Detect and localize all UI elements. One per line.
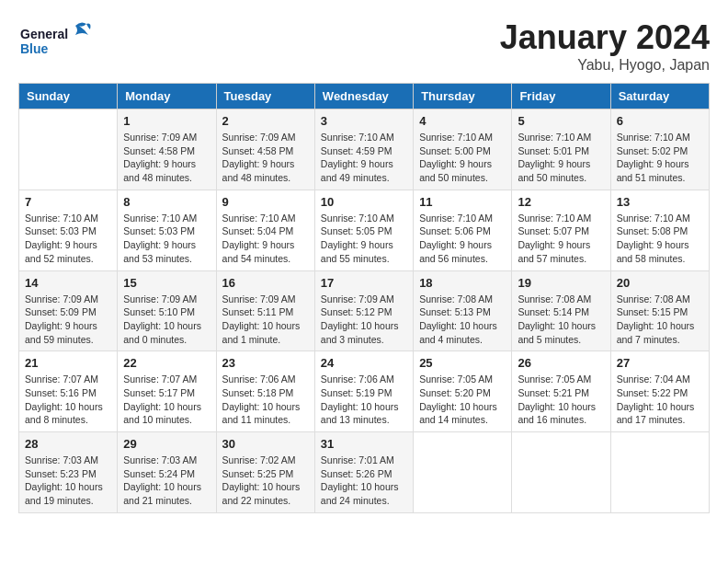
week-row-1: 1Sunrise: 7:09 AMSunset: 4:58 PMDaylight… [19,109,710,190]
day-number: 13 [617,195,703,209]
calendar-cell [19,109,118,190]
day-number: 16 [222,276,309,290]
calendar-cell: 13Sunrise: 7:10 AMSunset: 5:08 PMDayligh… [610,190,709,270]
calendar-cell: 9Sunrise: 7:10 AMSunset: 5:04 PMDaylight… [216,190,314,270]
day-number: 7 [25,195,111,209]
day-info: Sunrise: 7:10 AMSunset: 5:06 PMDaylight:… [419,212,506,266]
day-number: 5 [518,114,604,128]
calendar-table: SundayMondayTuesdayWednesdayThursdayFrid… [18,83,710,513]
day-info: Sunrise: 7:10 AMSunset: 5:08 PMDaylight:… [617,212,703,266]
calendar-cell: 5Sunrise: 7:10 AMSunset: 5:01 PMDaylight… [512,109,610,190]
day-info: Sunrise: 7:07 AMSunset: 5:17 PMDaylight:… [123,373,210,427]
day-number: 11 [419,195,506,209]
day-number: 21 [25,356,111,370]
weekday-header-sunday: Sunday [19,84,118,109]
logo: General Blue [18,18,92,68]
day-number: 12 [518,195,604,209]
day-number: 8 [123,195,210,209]
day-number: 4 [419,114,506,128]
calendar-cell: 26Sunrise: 7:05 AMSunset: 5:21 PMDayligh… [512,351,610,432]
calendar-cell: 25Sunrise: 7:05 AMSunset: 5:20 PMDayligh… [414,351,512,432]
weekday-header-monday: Monday [118,84,216,109]
day-info: Sunrise: 7:01 AMSunset: 5:26 PMDaylight:… [321,454,407,508]
day-number: 30 [222,437,309,451]
day-number: 10 [321,195,407,209]
weekday-header-row: SundayMondayTuesdayWednesdayThursdayFrid… [19,84,710,109]
day-number: 26 [518,356,604,370]
day-info: Sunrise: 7:09 AMSunset: 5:09 PMDaylight:… [25,293,111,347]
day-number: 17 [321,276,407,290]
day-info: Sunrise: 7:10 AMSunset: 5:03 PMDaylight:… [123,212,210,266]
weekday-header-saturday: Saturday [610,84,709,109]
day-info: Sunrise: 7:10 AMSunset: 5:00 PMDaylight:… [419,131,506,185]
day-info: Sunrise: 7:03 AMSunset: 5:24 PMDaylight:… [123,454,210,508]
calendar-cell: 21Sunrise: 7:07 AMSunset: 5:16 PMDayligh… [19,351,118,432]
day-info: Sunrise: 7:09 AMSunset: 5:11 PMDaylight:… [222,293,309,347]
calendar-cell: 11Sunrise: 7:10 AMSunset: 5:06 PMDayligh… [414,190,512,270]
calendar-cell: 23Sunrise: 7:06 AMSunset: 5:18 PMDayligh… [216,351,314,432]
day-number: 22 [123,356,210,370]
calendar-cell: 6Sunrise: 7:10 AMSunset: 5:02 PMDaylight… [610,109,709,190]
calendar-cell: 20Sunrise: 7:08 AMSunset: 5:15 PMDayligh… [610,270,709,351]
weekday-header-tuesday: Tuesday [216,84,314,109]
day-number: 24 [321,356,407,370]
day-info: Sunrise: 7:05 AMSunset: 5:20 PMDaylight:… [419,373,506,427]
calendar-cell: 4Sunrise: 7:10 AMSunset: 5:00 PMDaylight… [414,109,512,190]
title-block: January 2024 Yabu, Hyogo, Japan [500,18,710,74]
calendar-cell [610,432,709,513]
day-number: 31 [321,437,407,451]
day-info: Sunrise: 7:06 AMSunset: 5:19 PMDaylight:… [321,373,407,427]
day-info: Sunrise: 7:08 AMSunset: 5:15 PMDaylight:… [617,293,703,347]
calendar-cell: 1Sunrise: 7:09 AMSunset: 4:58 PMDaylight… [118,109,216,190]
week-row-2: 7Sunrise: 7:10 AMSunset: 5:03 PMDaylight… [19,190,710,270]
day-info: Sunrise: 7:08 AMSunset: 5:13 PMDaylight:… [419,293,506,347]
page-header: General Blue January 2024 Yabu, Hyogo, J… [18,18,710,74]
day-number: 28 [25,437,111,451]
day-info: Sunrise: 7:08 AMSunset: 5:14 PMDaylight:… [518,293,604,347]
day-number: 14 [25,276,111,290]
day-number: 20 [617,276,703,290]
day-number: 1 [123,114,210,128]
day-number: 29 [123,437,210,451]
day-info: Sunrise: 7:09 AMSunset: 5:12 PMDaylight:… [321,293,407,347]
calendar-cell: 10Sunrise: 7:10 AMSunset: 5:05 PMDayligh… [314,190,413,270]
week-row-3: 14Sunrise: 7:09 AMSunset: 5:09 PMDayligh… [19,270,710,351]
weekday-header-friday: Friday [512,84,610,109]
day-info: Sunrise: 7:09 AMSunset: 5:10 PMDaylight:… [123,293,210,347]
calendar-cell: 27Sunrise: 7:04 AMSunset: 5:22 PMDayligh… [610,351,709,432]
day-number: 27 [617,356,703,370]
calendar-cell [414,432,512,513]
calendar-cell: 14Sunrise: 7:09 AMSunset: 5:09 PMDayligh… [19,270,118,351]
calendar-cell: 28Sunrise: 7:03 AMSunset: 5:23 PMDayligh… [19,432,118,513]
calendar-cell: 15Sunrise: 7:09 AMSunset: 5:10 PMDayligh… [118,270,216,351]
day-number: 6 [617,114,703,128]
calendar-cell: 12Sunrise: 7:10 AMSunset: 5:07 PMDayligh… [512,190,610,270]
calendar-cell: 31Sunrise: 7:01 AMSunset: 5:26 PMDayligh… [314,432,413,513]
day-number: 3 [321,114,407,128]
day-info: Sunrise: 7:06 AMSunset: 5:18 PMDaylight:… [222,373,309,427]
day-info: Sunrise: 7:09 AMSunset: 4:58 PMDaylight:… [123,131,210,185]
calendar-cell: 17Sunrise: 7:09 AMSunset: 5:12 PMDayligh… [314,270,413,351]
calendar-cell [512,432,610,513]
calendar-cell: 24Sunrise: 7:06 AMSunset: 5:19 PMDayligh… [314,351,413,432]
calendar-cell: 30Sunrise: 7:02 AMSunset: 5:25 PMDayligh… [216,432,314,513]
calendar-cell: 16Sunrise: 7:09 AMSunset: 5:11 PMDayligh… [216,270,314,351]
calendar-cell: 8Sunrise: 7:10 AMSunset: 5:03 PMDaylight… [118,190,216,270]
logo-svg: General Blue [18,18,92,64]
day-info: Sunrise: 7:10 AMSunset: 5:03 PMDaylight:… [25,212,111,266]
day-info: Sunrise: 7:10 AMSunset: 5:07 PMDaylight:… [518,212,604,266]
day-info: Sunrise: 7:07 AMSunset: 5:16 PMDaylight:… [25,373,111,427]
day-info: Sunrise: 7:09 AMSunset: 4:58 PMDaylight:… [222,131,309,185]
day-number: 19 [518,276,604,290]
day-info: Sunrise: 7:10 AMSunset: 4:59 PMDaylight:… [321,131,407,185]
week-row-4: 21Sunrise: 7:07 AMSunset: 5:16 PMDayligh… [19,351,710,432]
svg-text:General: General [20,27,68,41]
weekday-header-wednesday: Wednesday [314,84,413,109]
day-info: Sunrise: 7:02 AMSunset: 5:25 PMDaylight:… [222,454,309,508]
day-number: 2 [222,114,309,128]
week-row-5: 28Sunrise: 7:03 AMSunset: 5:23 PMDayligh… [19,432,710,513]
calendar-cell: 19Sunrise: 7:08 AMSunset: 5:14 PMDayligh… [512,270,610,351]
day-number: 25 [419,356,506,370]
day-number: 18 [419,276,506,290]
calendar-cell: 18Sunrise: 7:08 AMSunset: 5:13 PMDayligh… [414,270,512,351]
